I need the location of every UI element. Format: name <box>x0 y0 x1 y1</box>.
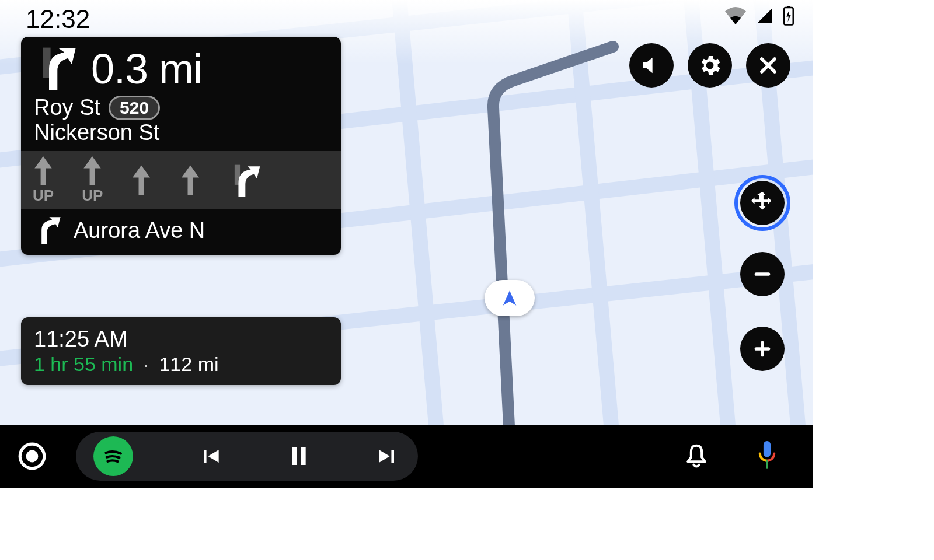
primary-step: 0.3 mi Roy St 520 Nickerson St <box>21 37 341 151</box>
plus-icon <box>751 337 774 360</box>
next-step: Aurora Ave N <box>21 209 341 255</box>
vehicle-marker <box>485 280 535 316</box>
lane-3 <box>131 164 152 197</box>
previous-track-button[interactable] <box>197 443 223 469</box>
lane-2: UP <box>82 156 103 205</box>
next-step-street: Aurora Ave N <box>74 218 205 243</box>
spotify-app-button[interactable] <box>93 436 133 476</box>
lane-label: UP <box>82 187 103 205</box>
canvas-gutter-bottom <box>0 488 934 560</box>
battery-charging-icon <box>783 6 794 26</box>
volume-mute-icon <box>640 54 663 77</box>
pan-icon <box>749 190 776 216</box>
close-navigation-button[interactable] <box>746 43 790 88</box>
google-mic-icon <box>756 441 778 471</box>
svg-rect-11 <box>787 6 790 8</box>
notifications-button[interactable] <box>684 442 709 470</box>
zoom-out-button[interactable] <box>740 252 785 296</box>
eta-arrival-time: 11:25 AM <box>34 327 328 352</box>
pan-map-button[interactable] <box>734 175 790 231</box>
settings-button[interactable] <box>688 43 732 88</box>
minus-icon <box>751 262 774 286</box>
pause-button[interactable] <box>287 443 311 469</box>
pause-icon <box>287 443 311 469</box>
turn-right-small-icon <box>34 216 62 244</box>
lane-4 <box>180 164 201 197</box>
close-icon <box>757 54 779 76</box>
status-clock: 12:32 <box>26 5 90 34</box>
status-icons <box>724 6 794 26</box>
eta-details: 1 hr 55 min · 112 mi <box>34 353 328 376</box>
svg-rect-20 <box>292 447 297 465</box>
step-street-1: Roy St <box>34 95 100 120</box>
lane-straight-icon <box>131 164 152 197</box>
media-controls <box>76 432 418 481</box>
eta-duration: 1 hr 55 min <box>34 353 133 375</box>
separator-dot: · <box>139 353 154 375</box>
svg-rect-14 <box>761 341 764 357</box>
svg-rect-12 <box>755 272 771 276</box>
device-frame: 12:32 <box>0 0 934 560</box>
skip-previous-icon <box>197 443 223 469</box>
cellular-icon <box>755 7 775 24</box>
mute-button[interactable] <box>629 43 674 88</box>
svg-rect-21 <box>301 447 305 465</box>
svg-rect-22 <box>764 441 771 457</box>
wifi-icon <box>724 7 747 24</box>
lane-guidance: UP UP <box>21 151 341 209</box>
turn-right-icon <box>34 46 79 92</box>
next-track-button[interactable] <box>375 443 400 469</box>
route-shield: 520 <box>109 96 160 120</box>
lane-straight-icon <box>33 156 54 186</box>
eta-distance: 112 mi <box>159 353 218 375</box>
screen: 12:32 <box>0 0 813 488</box>
lane-right-icon <box>229 163 260 197</box>
lane-straight-icon <box>180 164 201 197</box>
step-street-2: Nickerson St <box>34 120 328 145</box>
lane-label: UP <box>33 187 54 205</box>
svg-point-18 <box>26 450 39 463</box>
lane-1: UP <box>33 156 54 205</box>
home-button[interactable] <box>0 441 64 471</box>
bell-icon <box>684 442 709 470</box>
skip-next-icon <box>375 443 400 469</box>
lane-straight-icon <box>82 156 103 186</box>
lane-5-active <box>229 163 260 197</box>
directions-card: 0.3 mi Roy St 520 Nickerson St UP UP <box>21 37 341 255</box>
eta-card[interactable]: 11:25 AM 1 hr 55 min · 112 mi <box>21 317 341 385</box>
zoom-in-button[interactable] <box>740 327 785 371</box>
system-bottom-bar <box>0 425 813 488</box>
home-circle-icon <box>17 441 47 471</box>
canvas-gutter-right <box>813 0 934 560</box>
step-distance: 0.3 mi <box>91 45 202 93</box>
spotify-icon <box>99 442 128 471</box>
voice-assistant-button[interactable] <box>756 441 778 471</box>
gear-icon <box>697 52 723 78</box>
navigation-arrow-icon <box>500 288 520 308</box>
